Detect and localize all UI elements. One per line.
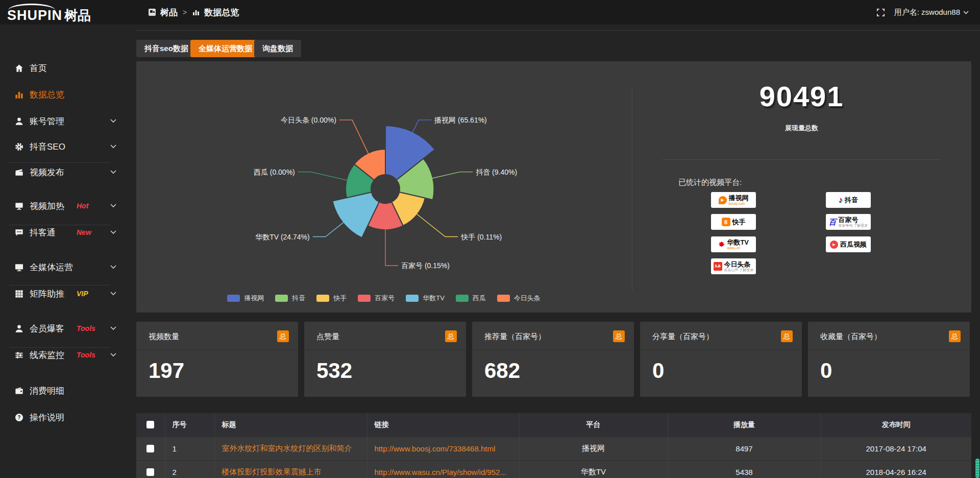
table-row-2[interactable]: 2楼体投影灯投影效果震撼上市http://www.wasu.cn/Play/sh…: [136, 460, 971, 478]
platforms-heading: 已统计的视频平台:: [678, 178, 742, 187]
grid-icon: [14, 289, 24, 299]
stat-card-header: 收藏量（百家号）总: [808, 322, 970, 350]
sidebar-item-label: 视频加热: [30, 200, 64, 212]
cell-time: 2017-08-24 17:04: [821, 437, 971, 460]
cell-link[interactable]: http://www.boosj.com/7338468.html: [367, 437, 519, 460]
sidebar-item-8[interactable]: 全媒体运营: [0, 258, 130, 276]
pie-label-line: [432, 172, 473, 178]
platform-badge-name: 今日头条: [724, 261, 751, 268]
cell-time: 2018-04-26 16:24: [821, 460, 971, 478]
breadcrumb-page[interactable]: 数据总览: [204, 7, 239, 18]
sidebar-item-label: 首页: [30, 62, 47, 74]
platform-badge-boosj: ▶播视网boosj.com: [711, 192, 756, 208]
sidebar-item-3[interactable]: 账号管理: [0, 112, 130, 130]
sidebar-item-10[interactable]: 会员爆客Tools: [0, 320, 130, 337]
sidebar-item-label: 会员爆客: [30, 323, 64, 334]
platform-badge-name: 西瓜视频: [840, 241, 867, 248]
sidebar-item-7[interactable]: 抖客通New: [0, 224, 130, 241]
chevron-down-icon: [110, 204, 116, 208]
platform-badge-subtext: wasu.cn: [727, 246, 740, 250]
legend-item-3[interactable]: 快手: [316, 294, 347, 303]
column-header-1: 序号: [165, 413, 214, 437]
tab-1[interactable]: 抖音seo数据: [136, 40, 197, 57]
home-icon: [14, 63, 24, 73]
row-checkbox[interactable]: [146, 445, 154, 452]
legend-item-2[interactable]: 抖音: [275, 294, 305, 303]
sidebar-item-4[interactable]: 抖音SEO: [0, 138, 130, 155]
stat-card-3: 推荐量（百家号）总682: [472, 322, 634, 397]
sidebar-divider: [9, 225, 110, 225]
legend-item-7[interactable]: 今日头条: [497, 294, 541, 303]
chevron-down-icon: [110, 230, 116, 234]
video-icon: [14, 168, 24, 177]
total-badge: 总: [949, 330, 961, 342]
sidebar-item-label: 抖客通: [30, 227, 56, 238]
heat-icon: [14, 201, 24, 211]
topbar-right: 用户名: zswodun88: [876, 0, 969, 25]
cell-link[interactable]: http://www.wasu.cn/Play/show/id/952...: [367, 460, 519, 478]
pie-slice-5[interactable]: [332, 192, 379, 237]
pie-label-line: [385, 229, 398, 266]
legend-item-1[interactable]: 播视网: [227, 294, 264, 303]
select-all-cell: [136, 413, 165, 437]
fullscreen-icon[interactable]: [876, 8, 885, 17]
breadcrumb-app[interactable]: 树品: [160, 7, 178, 18]
sidebar-item-12[interactable]: 消费明细: [0, 382, 130, 399]
sidebar-item-1[interactable]: 首页: [0, 59, 130, 77]
stat-card-4: 分享量（百家号）总0: [640, 322, 802, 397]
column-header-5: 播放量: [668, 413, 821, 437]
sidebar-item-label: 数据总览: [30, 89, 64, 101]
row-checkbox[interactable]: [146, 468, 154, 476]
cell-plays: 8497: [668, 437, 821, 460]
scrollbar-thumb[interactable]: [975, 459, 979, 478]
sidebar-item-9[interactable]: 矩阵助推VIP: [0, 285, 130, 302]
table-row-1[interactable]: 1室外水纹灯和室内水纹灯的区别和简介http://www.boosj.com/7…: [136, 437, 971, 460]
tab-3[interactable]: 询盘数据: [254, 40, 301, 57]
sidebar-item-label: 视频发布: [30, 166, 64, 178]
sidebar-item-11[interactable]: 线索监控Tools: [0, 346, 130, 364]
stat-card-header: 推荐量（百家号）总: [472, 322, 634, 350]
legend-item-6[interactable]: 西瓜: [456, 294, 486, 303]
pie-label: 今日头条 (0.00%): [281, 116, 336, 124]
sidebar-item-5[interactable]: 视频发布: [0, 163, 130, 181]
chevron-down-icon: [110, 353, 116, 357]
user-menu[interactable]: 用户名: zswodun88: [894, 8, 969, 17]
rose-pie-chart: 播视网 (65.61%)抖音 (9.40%)快手 (0.11%)百家号 (0.1…: [136, 61, 631, 292]
stat-card-title: 收藏量（百家号）: [820, 332, 881, 342]
platform-badge-toutiao: 头条今日头条真实心声 了解世界: [711, 258, 756, 274]
sidebar-item-13[interactable]: ?操作说明: [0, 409, 130, 426]
tab-2[interactable]: 全媒体运营数据: [190, 40, 260, 57]
cell-platform: 播视网: [519, 437, 668, 460]
legend-swatch: [358, 295, 371, 302]
legend-item-4[interactable]: 百家号: [358, 294, 395, 303]
sidebar: 首页数据总览账号管理抖音SEO视频发布视频加热Hot抖客通New全媒体运营矩阵助…: [0, 25, 130, 478]
pie-label: 西瓜 (0.00%): [254, 168, 295, 176]
legend-item-5[interactable]: 华数TV: [406, 294, 445, 303]
sidebar-item-label: 全媒体运营: [30, 261, 73, 273]
platform-badge-subtext: 真实心声 了解世界: [724, 268, 754, 272]
legend-label: 西瓜: [473, 294, 486, 303]
legend-swatch: [227, 295, 240, 302]
sidebar-item-label: 抖音SEO: [30, 141, 65, 153]
pie-label-line: [298, 172, 347, 180]
platform-badge-subtext: boosj.com: [729, 202, 745, 205]
pie-label: 播视网 (65.61%): [434, 116, 487, 124]
cell-title[interactable]: 室外水纹灯和室内水纹灯的区别和简介: [214, 437, 367, 460]
select-all-checkbox[interactable]: [146, 421, 154, 428]
platform-badge-baijiahao: 百百家号百家争鸣 了解更多: [826, 214, 871, 230]
legend-label: 今日头条: [514, 294, 541, 303]
pie-label-line: [313, 223, 344, 237]
sidebar-item-2[interactable]: 数据总览: [0, 86, 130, 103]
cell-plays: 5438: [668, 460, 821, 478]
sidebar-divider: [9, 347, 110, 348]
chart-panel: 播视网 (65.61%)抖音 (9.40%)快手 (0.11%)百家号 (0.1…: [136, 61, 971, 313]
chevron-down-icon: [963, 11, 969, 14]
cell-title[interactable]: 楼体投影灯投影效果震撼上市: [214, 460, 367, 478]
sidebar-item-6[interactable]: 视频加热Hot: [0, 197, 130, 214]
sidebar-item-label: 线索监控: [30, 349, 64, 361]
logo-text-cn: 树品: [64, 3, 91, 25]
stat-card-title: 推荐量（百家号）: [484, 332, 546, 342]
stat-card-value: 0: [652, 358, 664, 383]
stat-card-value: 197: [149, 358, 184, 383]
dashboard-root: SHUPIN 树品 树品 > 数据总览 用户名: zswodun88 首页数据: [0, 0, 980, 478]
